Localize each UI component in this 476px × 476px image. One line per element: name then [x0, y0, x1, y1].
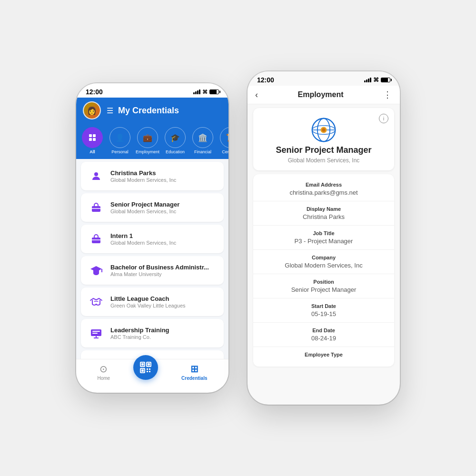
svg-rect-28	[149, 371, 150, 372]
cred-info: Bachelor of Business Administr... Alma M…	[110, 264, 217, 277]
detail-row-displayname: Display Name Christina Parks	[253, 201, 394, 226]
employment-label: Employment	[136, 149, 159, 154]
svg-rect-26	[149, 368, 150, 370]
emp-job-title: Senior Project Manager	[261, 145, 387, 155]
cred-sub: Global Modern Services, Inc	[110, 177, 217, 183]
cred-info: Intern 1 Global Modern Services, Inc	[110, 232, 217, 246]
avatar-image: 👩	[84, 102, 100, 119]
credentials-list: Christina Parks Global Modern Services, …	[76, 159, 228, 359]
tab-certifications[interactable]: 📜 Certific...	[218, 127, 228, 154]
back-button[interactable]: ‹	[255, 90, 258, 100]
detail-row-startdate: Start Date 05-19-15	[253, 298, 394, 323]
detail-row-email: Email Address christina.parks@gms.net	[253, 177, 394, 201]
tab-personal[interactable]: 👤 Personal	[108, 127, 132, 154]
wifi-icon: ⌘	[202, 89, 208, 95]
emptype-label: Employee Type	[262, 352, 386, 357]
all-icon	[82, 127, 103, 148]
nav-credentials[interactable]: ⊞ Credentials	[181, 363, 207, 381]
svg-rect-13	[92, 333, 98, 334]
home-label: Home	[97, 376, 110, 381]
startdate-label: Start Date	[262, 303, 386, 309]
cred-sub: Green Oak Valley Little Leagues	[110, 303, 217, 308]
cred-info: Senior Project Manager Global Modern Ser…	[110, 201, 217, 214]
status-icons-right: ⌘	[364, 77, 390, 83]
detail-row-jobtitle: Job Title P3 - Project Manager	[253, 226, 394, 250]
jobtitle-label: Job Title	[262, 230, 386, 236]
hamburger-icon: ☰	[107, 106, 113, 115]
position-value: Senior Project Manager	[262, 286, 386, 293]
graduation-icon	[88, 262, 105, 279]
signal-icon	[193, 89, 200, 94]
more-button[interactable]: ⋮	[383, 89, 392, 100]
person-icon	[88, 168, 105, 185]
battery-icon-right	[381, 78, 390, 82]
status-icons-left: ⌘	[193, 89, 219, 95]
wifi-icon-right: ⌘	[373, 77, 379, 83]
svg-rect-25	[147, 368, 148, 370]
tab-all[interactable]: All	[80, 127, 105, 154]
list-item[interactable]: Christina Parks Global Modern Services, …	[81, 162, 224, 190]
svg-point-34	[322, 128, 325, 131]
list-item[interactable]: Leadership Training ABC Training Co.	[81, 319, 224, 347]
all-label: All	[89, 149, 95, 154]
credentials-label: Credentials	[181, 376, 207, 381]
briefcase-icon	[88, 199, 105, 216]
time-right: 12:00	[257, 76, 274, 84]
briefcase2-icon	[88, 230, 105, 248]
jobtitle-value: P3 - Project Manager	[262, 238, 386, 245]
cred-info: Little League Coach Green Oak Valley Lit…	[110, 295, 217, 308]
qr-button[interactable]	[133, 355, 158, 380]
svg-rect-22	[148, 363, 150, 366]
left-phone: 12:00 ⌘ 👩 ☰ My Credentials	[76, 83, 228, 393]
svg-rect-1	[93, 134, 96, 137]
top-bar: ‹ Employment ⋮	[248, 86, 400, 104]
cred-name: Christina Parks	[110, 169, 217, 177]
list-item[interactable]: Senior Project Manager Global Modern Ser…	[81, 193, 224, 222]
cred-name: Intern 1	[110, 232, 217, 239]
displayname-value: Christina Parks	[262, 213, 386, 220]
company-value: Global Modern Services, Inc	[262, 262, 386, 269]
category-tabs: All 👤 Personal 💼 Employment 🎓 Education …	[76, 125, 228, 159]
employment-title: Employment	[298, 90, 343, 99]
detail-row-company: Company Global Modern Services, Inc	[253, 250, 394, 274]
svg-rect-7	[92, 238, 100, 243]
svg-rect-5	[92, 206, 100, 212]
svg-rect-20	[141, 363, 144, 366]
tab-financial[interactable]: 🏛️ Financial	[190, 127, 215, 154]
avatar[interactable]: 👩	[83, 101, 101, 119]
cred-info: Christina Parks Global Modern Services, …	[110, 169, 217, 183]
list-item[interactable]: Little League Coach Green Oak Valley Lit…	[81, 288, 224, 316]
info-button[interactable]: i	[379, 114, 388, 123]
cred-name: Leadership Training	[110, 327, 217, 334]
svg-rect-12	[92, 331, 100, 332]
tab-education[interactable]: 🎓 Education	[163, 127, 188, 154]
cred-sub: ABC Training Co.	[110, 334, 217, 340]
email-label: Email Address	[262, 182, 386, 188]
enddate-value: 08-24-19	[262, 335, 386, 342]
list-item[interactable]: Intern 1 Global Modern Services, Inc	[81, 225, 224, 253]
emp-company: Global Modern Services, Inc	[261, 157, 387, 164]
startdate-value: 05-19-15	[262, 310, 386, 317]
tab-employment[interactable]: 💼 Employment	[135, 127, 160, 154]
bottom-nav: ⊙ Home ⊞ Credentials	[76, 359, 228, 387]
enddate-label: End Date	[262, 327, 386, 333]
cred-name: Little League Coach	[110, 295, 217, 302]
personal-icon: 👤	[109, 127, 130, 148]
detail-row-enddate: End Date 08-24-19	[253, 323, 394, 347]
svg-rect-24	[141, 369, 144, 372]
status-bar-left: 12:00 ⌘	[76, 83, 228, 98]
right-phone: 12:00 ⌘ ‹ Employment ⋮ i	[248, 71, 400, 405]
employment-header-card: i Senior Project Manager Global Modern S…	[253, 108, 394, 170]
detail-section: Email Address christina.parks@gms.net Di…	[253, 174, 394, 367]
cred-sub: Global Modern Services, Inc	[110, 240, 217, 246]
cred-info: Leadership Training ABC Training Co.	[110, 327, 217, 340]
nav-home[interactable]: ⊙ Home	[97, 363, 110, 381]
list-item[interactable]: Bachelor of Business Administr... Alma M…	[81, 256, 224, 285]
battery-icon	[209, 89, 219, 94]
education-label: Education	[166, 149, 185, 154]
header-title: My Credentials	[118, 106, 179, 116]
cred-sub: Alma Mater University	[110, 271, 217, 277]
svg-rect-3	[93, 138, 96, 141]
svg-rect-2	[89, 138, 92, 141]
education-icon: 🎓	[165, 127, 186, 148]
